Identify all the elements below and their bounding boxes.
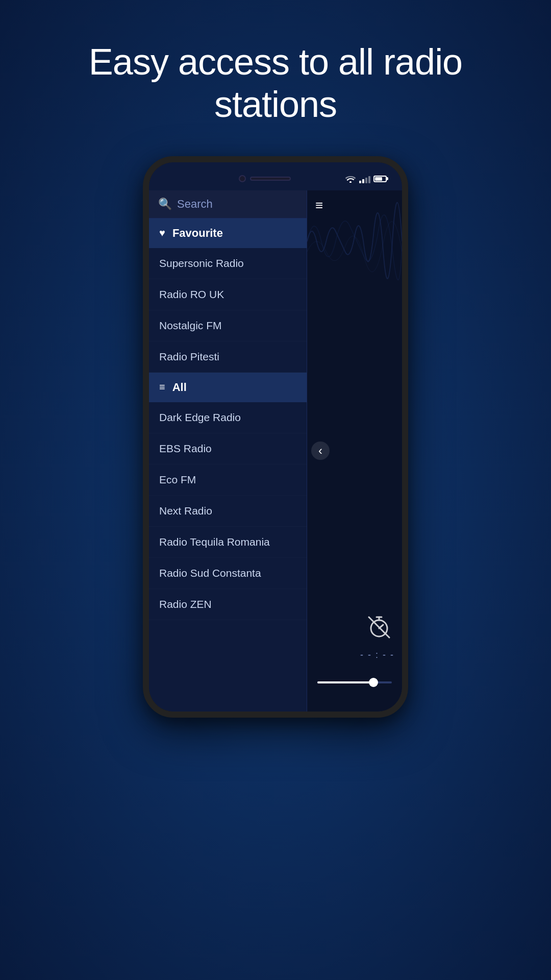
list-item[interactable]: Radio ZEN [149, 589, 307, 620]
search-icon: 🔍 [158, 198, 172, 211]
app-content: 🔍 Search ♥ Favourite Supersonic Radio Ra… [149, 190, 402, 712]
list-item[interactable]: Radio Pitesti [149, 341, 307, 373]
camera-dot [239, 175, 246, 182]
list-item[interactable]: EBS Radio [149, 433, 307, 464]
volume-slider[interactable] [317, 681, 392, 683]
list-item[interactable]: Supersonic Radio [149, 248, 307, 279]
favourite-section-header[interactable]: ♥ Favourite [149, 218, 307, 248]
volume-fill [317, 681, 373, 683]
list-item[interactable]: Radio Sud Constanta [149, 558, 307, 589]
search-bar[interactable]: 🔍 Search [149, 190, 307, 218]
left-panel: 🔍 Search ♥ Favourite Supersonic Radio Ra… [149, 190, 307, 712]
list-icon: ≡ [159, 381, 165, 393]
search-placeholder: Search [177, 198, 213, 211]
radio-list: ♥ Favourite Supersonic Radio Radio RO UK… [149, 218, 307, 712]
phone-frame: 🔍 Search ♥ Favourite Supersonic Radio Ra… [143, 156, 408, 718]
list-item[interactable]: Dark Edge Radio [149, 402, 307, 433]
heart-icon: ♥ [159, 227, 165, 239]
status-icons [345, 174, 387, 183]
phone-mockup: 🔍 Search ♥ Favourite Supersonic Radio Ra… [143, 156, 408, 718]
speaker-pill [250, 177, 291, 181]
collapse-button[interactable]: ‹ [311, 442, 330, 460]
battery-fill [375, 177, 382, 181]
favourite-label: Favourite [172, 227, 223, 240]
all-label: All [172, 381, 187, 394]
list-item[interactable]: Next Radio [149, 496, 307, 527]
list-item[interactable]: Radio RO UK [149, 279, 307, 310]
phone-screen: 🔍 Search ♥ Favourite Supersonic Radio Ra… [149, 162, 402, 712]
volume-thumb[interactable] [369, 678, 378, 687]
notch-center [239, 175, 291, 182]
signal-icon [359, 174, 370, 183]
list-item[interactable]: Eco FM [149, 464, 307, 496]
battery-icon [373, 176, 387, 182]
waveform-visualization [307, 190, 402, 292]
timer-display: - - : - - [360, 650, 394, 660]
all-section-header[interactable]: ≡ All [149, 373, 307, 402]
hero-title: Easy access to all radio stations [0, 41, 551, 126]
list-item[interactable]: Nostalgic FM [149, 310, 307, 341]
sleep-timer-icon[interactable] [366, 615, 392, 645]
list-item[interactable]: Radio Tequila Romania [149, 527, 307, 558]
right-panel: ≡ ‹ [307, 190, 402, 712]
wifi-icon [345, 175, 356, 183]
status-bar [149, 162, 402, 190]
